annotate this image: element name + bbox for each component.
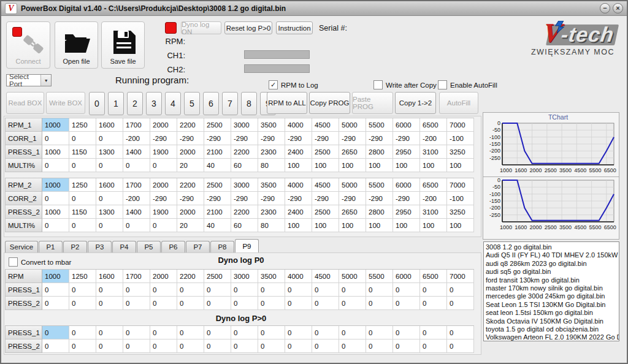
- cell-press_2-9[interactable]: 2400: [285, 205, 312, 219]
- cell-multi%-3[interactable]: 0: [123, 159, 150, 172]
- cell-multi%-10[interactable]: 100: [312, 219, 339, 232]
- digit-button-3[interactable]: 3: [146, 92, 162, 115]
- cell-rpm-1[interactable]: 1250: [69, 270, 96, 283]
- digit-button-5[interactable]: 5: [184, 92, 200, 115]
- cell-multi%-6[interactable]: 40: [204, 219, 231, 232]
- cell-press_2-0[interactable]: 1000: [42, 205, 69, 219]
- cell-press_2-2[interactable]: 0: [96, 297, 123, 310]
- file-list-item[interactable]: Skoda Octavia IV 150KM Go Digital.bin: [486, 317, 619, 325]
- tab-p9[interactable]: P9: [235, 239, 259, 252]
- cell-rpm_2-5[interactable]: 2200: [177, 178, 204, 192]
- reset-log-button[interactable]: Reset log P>0: [224, 21, 272, 34]
- cell-rpm-9[interactable]: 4000: [285, 270, 312, 283]
- cell-press_1-6[interactable]: 0: [204, 326, 231, 339]
- cell-press_2-7[interactable]: 0: [231, 339, 258, 353]
- cell-press_1-8[interactable]: 0: [258, 283, 285, 297]
- cell-multi%-0[interactable]: 0: [42, 219, 69, 232]
- cell-multi%-2[interactable]: 0: [96, 159, 123, 172]
- cell-press_2-5[interactable]: 2000: [177, 205, 204, 219]
- tab-p7[interactable]: P7: [186, 241, 210, 252]
- tab-p3[interactable]: P3: [88, 241, 112, 252]
- cell-corr_2-9[interactable]: -290: [285, 192, 312, 205]
- instruction-button[interactable]: Instruction: [276, 21, 313, 34]
- close-button[interactable]: ×: [613, 3, 623, 13]
- cell-rpm_1-15[interactable]: 7000: [447, 118, 474, 132]
- rpm-to-log-checkbox[interactable]: ✓ RPM to Log: [269, 80, 318, 89]
- cell-corr_1-8[interactable]: -290: [258, 132, 285, 145]
- cell-press_2-12[interactable]: 0: [366, 297, 393, 310]
- cell-press_1-0[interactable]: 0: [42, 326, 69, 339]
- cell-corr_1-9[interactable]: -290: [285, 132, 312, 145]
- cell-multi%-1[interactable]: 0: [69, 159, 96, 172]
- cell-multi%-12[interactable]: 100: [366, 219, 393, 232]
- cell-rpm_2-8[interactable]: 3500: [258, 178, 285, 192]
- cell-press_2-6[interactable]: 0: [204, 297, 231, 310]
- cell-rpm_2-2[interactable]: 1600: [96, 178, 123, 192]
- cell-press_2-3[interactable]: 0: [123, 297, 150, 310]
- tab-p1[interactable]: P1: [39, 241, 63, 252]
- cell-press_1-14[interactable]: 0: [420, 326, 447, 339]
- cell-rpm-3[interactable]: 1700: [123, 270, 150, 283]
- cell-rpm_1-8[interactable]: 3500: [258, 118, 285, 132]
- cell-rpm_2-4[interactable]: 2000: [150, 178, 177, 192]
- cell-rpm_2-1[interactable]: 1250: [69, 178, 96, 192]
- cell-press_1-13[interactable]: 2950: [393, 145, 420, 159]
- cell-rpm_1-0[interactable]: 1000: [42, 118, 69, 132]
- cell-rpm_1-5[interactable]: 2200: [177, 118, 204, 132]
- cell-press_1-12[interactable]: 2800: [366, 145, 393, 159]
- cell-rpm_2-6[interactable]: 2500: [204, 178, 231, 192]
- cell-corr_1-4[interactable]: -290: [150, 132, 177, 145]
- cell-press_2-4[interactable]: 0: [150, 339, 177, 353]
- cell-press_1-6[interactable]: 2100: [204, 145, 231, 159]
- cell-rpm_2-12[interactable]: 5500: [366, 178, 393, 192]
- cell-corr_2-13[interactable]: -290: [393, 192, 420, 205]
- file-list-item[interactable]: ford transit 130km go digital.bin: [486, 276, 619, 284]
- file-list-item[interactable]: seat leon 1.5tsi 150km go digital.bin: [486, 309, 619, 317]
- cell-corr_1-12[interactable]: -290: [366, 132, 393, 145]
- cell-multi%-5[interactable]: 20: [177, 159, 204, 172]
- cell-press_1-11[interactable]: 0: [339, 283, 366, 297]
- file-list-item[interactable]: audi q8 286km 2023 go digital.bin: [486, 260, 619, 268]
- cell-corr_1-11[interactable]: -290: [339, 132, 366, 145]
- cell-press_2-6[interactable]: 2100: [204, 205, 231, 219]
- cell-press_1-13[interactable]: 0: [393, 326, 420, 339]
- cell-corr_2-4[interactable]: -290: [150, 192, 177, 205]
- cell-press_2-1[interactable]: 0: [69, 339, 96, 353]
- cell-press_2-3[interactable]: 0: [123, 339, 150, 353]
- cell-press_2-12[interactable]: 2800: [366, 205, 393, 219]
- cell-corr_2-12[interactable]: -290: [366, 192, 393, 205]
- cell-multi%-13[interactable]: 100: [393, 159, 420, 172]
- cell-press_2-8[interactable]: 2300: [258, 205, 285, 219]
- write-box-button[interactable]: Write BOX: [46, 92, 85, 114]
- cell-rpm-10[interactable]: 4500: [312, 270, 339, 283]
- cell-press_2-9[interactable]: 0: [285, 339, 312, 353]
- cell-press_2-10[interactable]: 2500: [312, 205, 339, 219]
- cell-rpm-0[interactable]: 1000: [42, 270, 69, 283]
- cell-press_1-1[interactable]: 0: [69, 283, 96, 297]
- cell-rpm_2-3[interactable]: 1700: [123, 178, 150, 192]
- cell-rpm_1-12[interactable]: 5500: [366, 118, 393, 132]
- cell-corr_1-13[interactable]: -290: [393, 132, 420, 145]
- file-list-item[interactable]: Volkswagen Arteon FL 2.0 190KM 2022 Go D…: [486, 333, 619, 341]
- cell-rpm_2-15[interactable]: 7000: [447, 178, 474, 192]
- cell-press_1-8[interactable]: 0: [258, 326, 285, 339]
- cell-corr_2-7[interactable]: -290: [231, 192, 258, 205]
- cell-rpm-14[interactable]: 6500: [420, 270, 447, 283]
- cell-press_2-6[interactable]: 0: [204, 339, 231, 353]
- cell-press_1-0[interactable]: 1000: [42, 145, 69, 159]
- dyno-log-on-button[interactable]: Dyno log ON: [181, 21, 221, 34]
- cell-rpm_2-7[interactable]: 3000: [231, 178, 258, 192]
- copy-prog-button[interactable]: Copy PROG: [309, 92, 350, 114]
- cell-press_2-13[interactable]: 0: [393, 297, 420, 310]
- paste-prog-button[interactable]: Paste PROG: [352, 92, 393, 114]
- save-file-button[interactable]: Save file: [101, 21, 145, 69]
- cell-press_2-15[interactable]: 0: [447, 339, 474, 353]
- cell-rpm_1-6[interactable]: 2500: [204, 118, 231, 132]
- cell-multi%-15[interactable]: 100: [447, 159, 474, 172]
- cell-press_2-12[interactable]: 0: [366, 339, 393, 353]
- cell-rpm_1-4[interactable]: 2000: [150, 118, 177, 132]
- cell-multi%-1[interactable]: 0: [69, 219, 96, 232]
- connect-button[interactable]: Connect: [6, 21, 50, 69]
- cell-press_1-8[interactable]: 2300: [258, 145, 285, 159]
- cell-corr_1-10[interactable]: -290: [312, 132, 339, 145]
